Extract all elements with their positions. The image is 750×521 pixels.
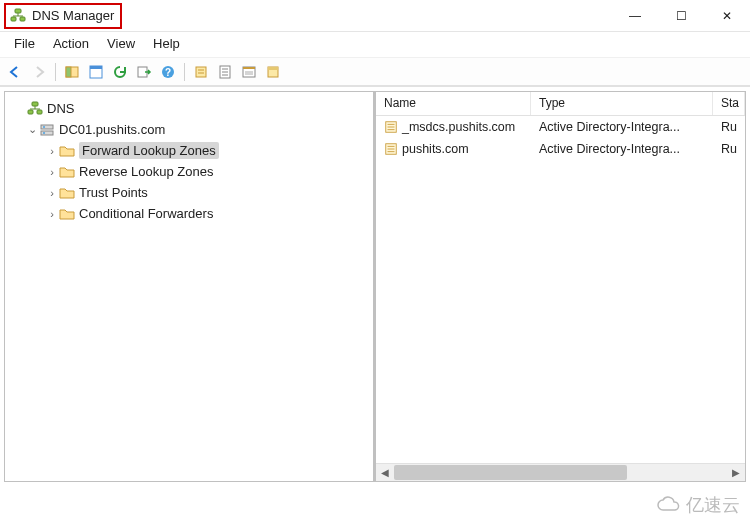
tree-reverse-lookup-zones[interactable]: › Reverse Lookup Zones	[9, 161, 369, 182]
zone-icon	[384, 142, 398, 156]
svg-rect-25	[32, 102, 38, 106]
dns-manager-icon	[10, 8, 26, 24]
svg-rect-20	[243, 67, 255, 69]
zone-name: pushits.com	[402, 142, 469, 156]
expander-closed-icon[interactable]: ›	[45, 187, 59, 199]
content-area: DNS ⌄ DC01.pushits.com › Forward Lookup …	[0, 86, 750, 486]
properties-button[interactable]	[85, 61, 107, 83]
horizontal-scrollbar[interactable]: ◀ ▶	[376, 463, 745, 481]
scroll-thumb[interactable]	[394, 465, 627, 480]
svg-rect-12	[196, 67, 206, 77]
svg-rect-4	[20, 17, 25, 21]
tree-item-label: Conditional Forwarders	[79, 206, 213, 221]
tree-server[interactable]: ⌄ DC01.pushits.com	[9, 119, 369, 140]
svg-point-32	[43, 126, 45, 128]
svg-rect-0	[15, 9, 21, 13]
zone-name: _msdcs.pushits.com	[402, 120, 515, 134]
expander-closed-icon[interactable]: ›	[45, 166, 59, 178]
svg-rect-8	[90, 66, 102, 69]
folder-icon	[59, 143, 75, 159]
list-row[interactable]: _msdcs.pushits.com Active Directory-Inte…	[376, 116, 745, 138]
tree-root-label: DNS	[47, 101, 74, 116]
maximize-button[interactable]: ☐	[658, 0, 704, 31]
minimize-button[interactable]: —	[612, 0, 658, 31]
expander-open-icon[interactable]: ⌄	[25, 123, 39, 136]
menu-help[interactable]: Help	[153, 36, 180, 51]
toolbar: ?	[0, 58, 750, 86]
zone-icon	[384, 120, 398, 134]
tree-trust-points[interactable]: › Trust Points	[9, 182, 369, 203]
tree-root-dns[interactable]: DNS	[9, 98, 369, 119]
titlebar: DNS Manager — ☐ ✕	[0, 0, 750, 32]
window-title: DNS Manager	[32, 8, 114, 23]
column-name[interactable]: Name	[376, 92, 531, 115]
zone-type: Active Directory-Integra...	[531, 120, 713, 134]
list-body[interactable]: _msdcs.pushits.com Active Directory-Inte…	[376, 116, 745, 463]
menu-file[interactable]: File	[14, 36, 35, 51]
toolbar-separator	[55, 63, 56, 81]
list-row[interactable]: pushits.com Active Directory-Integra... …	[376, 138, 745, 160]
svg-rect-30	[41, 125, 53, 129]
menubar: File Action View Help	[0, 32, 750, 58]
svg-rect-31	[41, 131, 53, 135]
window-controls: — ☐ ✕	[612, 0, 750, 31]
expander-closed-icon[interactable]: ›	[45, 145, 59, 157]
svg-rect-24	[268, 67, 278, 70]
zone-type: Active Directory-Integra...	[531, 142, 713, 156]
close-button[interactable]: ✕	[704, 0, 750, 31]
watermark: 亿速云	[656, 493, 740, 517]
svg-rect-6	[66, 67, 71, 77]
tree-item-label: Reverse Lookup Zones	[79, 164, 213, 179]
watermark-text: 亿速云	[686, 493, 740, 517]
back-button[interactable]	[4, 61, 26, 83]
help-button[interactable]: ?	[157, 61, 179, 83]
server-icon	[39, 122, 55, 138]
svg-rect-3	[11, 17, 16, 21]
toolbar-separator	[184, 63, 185, 81]
menu-view[interactable]: View	[107, 36, 135, 51]
tree-server-label: DC01.pushits.com	[59, 122, 165, 137]
folder-icon	[59, 164, 75, 180]
filter-button[interactable]	[262, 61, 284, 83]
zone-status: Ru	[713, 142, 745, 156]
list-pane: Name Type Sta _msdcs.pushits.com Active …	[375, 91, 746, 482]
svg-text:?: ?	[165, 67, 171, 78]
svg-rect-28	[37, 110, 42, 114]
new-zone-button[interactable]	[190, 61, 212, 83]
folder-icon	[59, 185, 75, 201]
tree-pane[interactable]: DNS ⌄ DC01.pushits.com › Forward Lookup …	[4, 91, 375, 482]
refresh-button[interactable]	[109, 61, 131, 83]
tree-conditional-forwarders[interactable]: › Conditional Forwarders	[9, 203, 369, 224]
title-highlight-box: DNS Manager	[4, 3, 122, 29]
start-button[interactable]	[238, 61, 260, 83]
stop-button[interactable]	[214, 61, 236, 83]
menu-action[interactable]: Action	[53, 36, 89, 51]
zone-status: Ru	[713, 120, 745, 134]
column-type[interactable]: Type	[531, 92, 713, 115]
svg-rect-27	[28, 110, 33, 114]
dns-root-icon	[27, 101, 43, 117]
tree: DNS ⌄ DC01.pushits.com › Forward Lookup …	[9, 98, 369, 224]
scroll-right-button[interactable]: ▶	[727, 464, 745, 481]
export-list-button[interactable]	[133, 61, 155, 83]
tree-forward-lookup-zones[interactable]: › Forward Lookup Zones	[9, 140, 369, 161]
expander-closed-icon[interactable]: ›	[45, 208, 59, 220]
column-status[interactable]: Sta	[713, 92, 745, 115]
tree-item-label: Forward Lookup Zones	[79, 142, 219, 159]
scroll-track[interactable]	[394, 464, 727, 481]
folder-icon	[59, 206, 75, 222]
svg-point-33	[43, 132, 45, 134]
tree-item-label: Trust Points	[79, 185, 148, 200]
forward-button[interactable]	[28, 61, 50, 83]
scroll-left-button[interactable]: ◀	[376, 464, 394, 481]
show-hide-tree-button[interactable]	[61, 61, 83, 83]
list-header: Name Type Sta	[376, 92, 745, 116]
